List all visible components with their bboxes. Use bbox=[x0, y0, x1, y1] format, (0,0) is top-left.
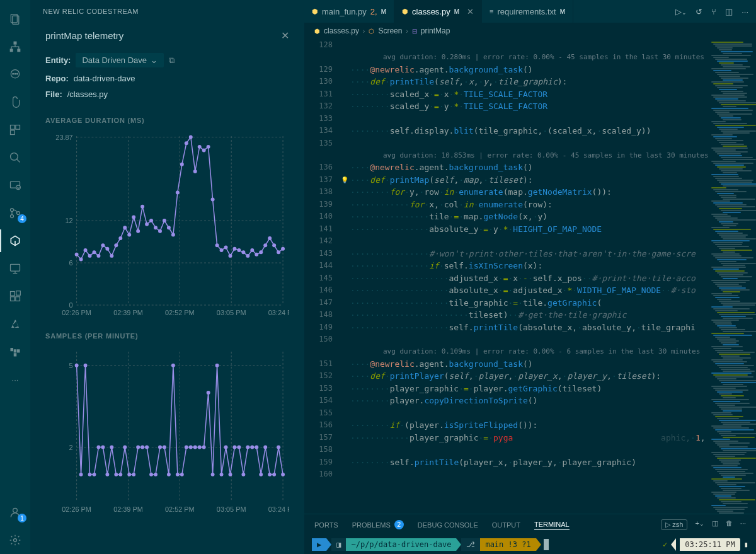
accounts-icon[interactable]: 1 bbox=[0, 499, 30, 526]
tab-label: requirements.txt bbox=[497, 7, 556, 16]
python-icon: ⬢ bbox=[402, 8, 408, 16]
trash-icon[interactable]: 🗑 bbox=[726, 519, 733, 530]
svg-point-134 bbox=[185, 446, 188, 449]
svg-point-130 bbox=[167, 473, 171, 476]
extensions-icon[interactable] bbox=[0, 282, 30, 310]
more-icon[interactable]: ··· bbox=[740, 519, 746, 530]
chart2-title: SAMPLES (PER MINUTE) bbox=[45, 332, 289, 340]
chart1-title: AVERAGE DURATION (MS) bbox=[45, 117, 289, 124]
panel-tab-problems[interactable]: PROBLEMS2 bbox=[352, 520, 404, 529]
breadcrumb[interactable]: ⬢ classes.py › ⬡ Screen › ⊟ printMap bbox=[304, 23, 756, 39]
svg-point-54 bbox=[105, 247, 109, 251]
tab-actions: ▷⌄ ↺ ⑂ ◫ ··· bbox=[668, 0, 756, 23]
more-icon[interactable]: ··· bbox=[0, 366, 30, 393]
tab-label: classes.py bbox=[412, 7, 450, 16]
remote-ext-icon[interactable] bbox=[0, 171, 30, 199]
svg-point-62 bbox=[140, 205, 144, 209]
svg-point-65 bbox=[154, 226, 158, 229]
clip-icon[interactable] bbox=[0, 88, 30, 116]
azure-icon[interactable] bbox=[0, 310, 30, 338]
panel-tab-output[interactable]: OUTPUT bbox=[492, 521, 520, 529]
svg-point-115 bbox=[101, 446, 105, 449]
svg-point-47 bbox=[75, 253, 79, 257]
svg-point-28 bbox=[14, 539, 17, 542]
scm-icon[interactable]: 4 bbox=[0, 199, 30, 227]
svg-point-92 bbox=[272, 243, 276, 247]
entity-value: Data Driven Dave bbox=[82, 55, 147, 65]
hierarchy-icon[interactable] bbox=[0, 33, 30, 61]
close-tab-icon[interactable]: ✕ bbox=[467, 7, 474, 16]
panel-tab-terminal[interactable]: TERMINAL bbox=[534, 521, 570, 530]
tab-bar: ⬢ main_fun.py 2, M ⬢ classes.py M ✕ ≡ re… bbox=[304, 0, 756, 23]
explorer-icon[interactable] bbox=[0, 5, 30, 33]
tab-main-fun[interactable]: ⬢ main_fun.py 2, M bbox=[304, 0, 394, 23]
terminal-path: ~/p/p/data-driven-dave bbox=[346, 538, 456, 551]
svg-rect-10 bbox=[16, 125, 20, 130]
svg-point-83 bbox=[232, 247, 236, 251]
tab-requirements[interactable]: ≡ requirements.txt M bbox=[482, 0, 573, 23]
breadcrumb-method: printMap bbox=[421, 26, 450, 35]
panel-tab-debug[interactable]: DEBUG CONSOLE bbox=[418, 521, 478, 529]
terraform-icon[interactable] bbox=[0, 338, 30, 366]
svg-point-58 bbox=[123, 226, 127, 229]
svg-point-137 bbox=[198, 446, 202, 449]
svg-rect-11 bbox=[11, 130, 15, 135]
svg-point-57 bbox=[118, 236, 122, 240]
entity-select[interactable]: Data Driven Dave ⌄ bbox=[76, 53, 164, 67]
svg-point-17 bbox=[17, 212, 20, 215]
svg-text:02:52 PM: 02:52 PM bbox=[165, 505, 195, 513]
svg-text:02:26 PM: 02:26 PM bbox=[62, 309, 91, 316]
search-icon[interactable] bbox=[0, 144, 30, 171]
panel-tabs: PORTS PROBLEMS2 DEBUG CONSOLE OUTPUT TER… bbox=[304, 514, 756, 535]
svg-point-59 bbox=[127, 233, 131, 236]
svg-point-139 bbox=[207, 391, 210, 395]
svg-point-123 bbox=[136, 446, 140, 449]
svg-rect-26 bbox=[14, 353, 17, 356]
tab-classes[interactable]: ⬢ classes.py M ✕ bbox=[394, 0, 482, 23]
svg-point-88 bbox=[255, 253, 258, 257]
svg-text:5: 5 bbox=[69, 362, 73, 369]
codelens[interactable]: avg duration: 0.109ms | error rate: 0.00… bbox=[304, 346, 709, 358]
split-terminal-icon[interactable]: ◫ bbox=[712, 519, 718, 530]
svg-point-124 bbox=[140, 446, 144, 449]
diff-icon[interactable]: ⑂ bbox=[711, 7, 716, 16]
terminal[interactable]: ▶ ◨ ~/p/p/data-driven-dave ⎇ main !3 ?1 … bbox=[304, 535, 756, 554]
breadcrumb-file: classes.py bbox=[324, 26, 359, 35]
add-terminal-icon[interactable]: +⌄ bbox=[695, 519, 704, 530]
svg-point-16 bbox=[11, 215, 14, 218]
split-icon[interactable]: ◫ bbox=[725, 7, 733, 16]
newrelic-icon[interactable] bbox=[0, 227, 30, 255]
code-editor[interactable]: 128 avg duration: 0.280ms | error rate: … bbox=[304, 39, 709, 514]
class-icon: ⬡ bbox=[369, 28, 374, 35]
svg-point-149 bbox=[250, 446, 254, 449]
svg-point-73 bbox=[189, 136, 193, 139]
lightbulb-icon[interactable]: 💡 bbox=[341, 174, 348, 187]
settings-icon[interactable] bbox=[0, 526, 30, 554]
revert-icon[interactable]: ↺ bbox=[696, 7, 702, 16]
terminal-shell[interactable]: ▷ zsh bbox=[661, 519, 687, 530]
close-icon[interactable]: ✕ bbox=[281, 30, 289, 42]
svg-point-156 bbox=[281, 473, 285, 476]
run-icon[interactable]: ▷⌄ bbox=[675, 7, 687, 16]
chevron-right-icon: › bbox=[363, 28, 365, 35]
terminal-arrow-icon: ▶ bbox=[312, 538, 326, 551]
external-link-icon[interactable]: ⧉ bbox=[169, 55, 175, 66]
svg-point-119 bbox=[118, 473, 122, 476]
svg-point-145 bbox=[232, 446, 236, 449]
more-icon[interactable]: ··· bbox=[742, 7, 748, 16]
remote-icon[interactable] bbox=[0, 255, 30, 282]
svg-point-93 bbox=[277, 250, 280, 254]
codelens[interactable]: avg duration: 0.280ms | error rate: 0.00… bbox=[304, 52, 709, 64]
minimap[interactable] bbox=[709, 39, 756, 514]
svg-point-80 bbox=[220, 248, 224, 252]
chat-icon[interactable] bbox=[0, 61, 30, 88]
svg-rect-21 bbox=[16, 297, 20, 301]
codelens[interactable]: avg duration: 10.853ms | error rate: 0.0… bbox=[304, 149, 709, 161]
svg-point-126 bbox=[149, 473, 153, 476]
tab-modified: M bbox=[381, 8, 386, 15]
text-icon: ≡ bbox=[490, 8, 493, 15]
panel-tab-ports[interactable]: PORTS bbox=[314, 521, 338, 529]
sidebar-header: NEW RELIC CODESTREAM bbox=[30, 0, 304, 22]
packages-icon[interactable] bbox=[0, 116, 30, 144]
svg-point-144 bbox=[228, 473, 232, 476]
